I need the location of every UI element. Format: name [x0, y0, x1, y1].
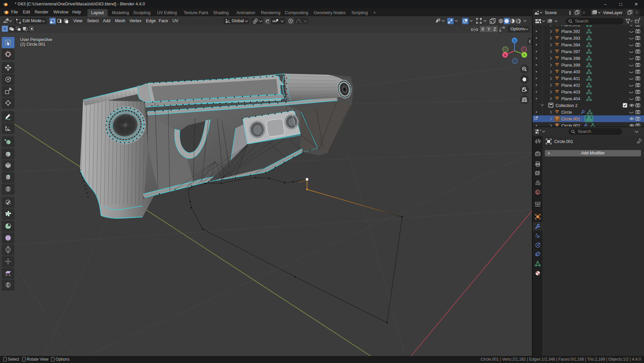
svg-text:Plane.400: Plane.400	[561, 70, 580, 74]
svg-text:Z: Z	[514, 39, 516, 42]
svg-text:Plane.399: Plane.399	[561, 63, 580, 68]
svg-text:Plane.394: Plane.394	[561, 43, 580, 47]
svg-text:Plane.403: Plane.403	[561, 90, 580, 95]
svg-text:Collection 2: Collection 2	[556, 103, 577, 108]
svg-text:X: X	[504, 53, 506, 57]
svg-text:Y: Y	[523, 53, 526, 57]
svg-text:Circle.001: Circle.001	[561, 117, 580, 121]
svg-text:Plane.398: Plane.398	[561, 56, 580, 61]
svg-text:Plane.401: Plane.401	[561, 76, 580, 81]
svg-text:Plane.392: Plane.392	[561, 29, 580, 34]
svg-text:Plane.393: Plane.393	[561, 36, 580, 41]
svg-text:Plane.402: Plane.402	[561, 83, 580, 88]
svg-text:Plane.397: Plane.397	[561, 49, 580, 54]
svg-text:Circle: Circle	[561, 110, 572, 115]
svg-text:Plane.404: Plane.404	[561, 97, 580, 101]
